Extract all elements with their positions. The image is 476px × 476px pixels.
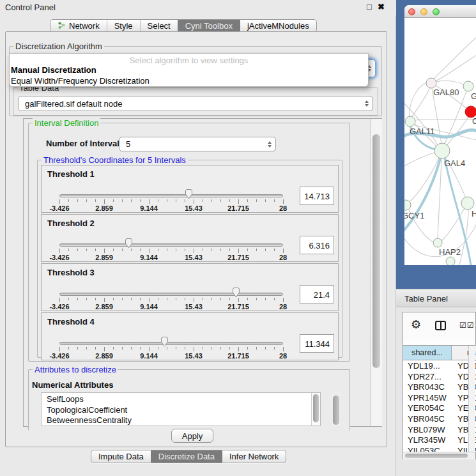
column-layout-icon[interactable] xyxy=(435,321,446,330)
table-row[interactable]: YDL19...YDL19... xyxy=(403,361,476,372)
threshold-value-field[interactable]: 21.4 xyxy=(300,285,334,303)
slider-ticks xyxy=(59,249,283,254)
table-horizontal-scrollbar[interactable] xyxy=(403,452,475,459)
table-row[interactable]: YBR043CYBR043... xyxy=(403,382,476,393)
cyni-bottom-tabbar: Impute DataDiscretize DataInfer Network xyxy=(91,450,286,463)
apply-button[interactable]: Apply xyxy=(171,429,213,443)
network-canvas[interactable]: GAL80GACGAL11GAL4GCY1HHAP2 xyxy=(404,18,476,265)
tab-label: Cyni Toolbox xyxy=(185,21,233,31)
tab-style[interactable]: Style xyxy=(107,20,140,32)
table-panel-titlebar: Table Panel xyxy=(396,289,476,307)
network-node-gal4[interactable] xyxy=(434,143,450,158)
table-vertical-scrollbar[interactable] xyxy=(468,346,475,452)
thresholds-group-title: Threshold's Coordinates for 5 Intervals xyxy=(42,155,188,165)
node-label: H xyxy=(472,209,476,219)
slider-track[interactable] xyxy=(59,243,283,247)
node-label: GCY1 xyxy=(404,211,424,220)
settings-scrollbar[interactable] xyxy=(370,119,382,426)
slider-handle[interactable] xyxy=(231,287,241,298)
table-data-combo[interactable]: galFiltered.sif default node xyxy=(18,96,373,111)
threshold-label: Threshold 1 xyxy=(47,169,95,179)
cell-shared-name: YBR043C xyxy=(403,382,454,393)
table-row[interactable]: YER054CYER054... xyxy=(403,403,476,414)
minimize-window-icon[interactable] xyxy=(420,8,427,15)
attributes-list-scrollbar[interactable] xyxy=(311,393,320,426)
tab-network[interactable]: Network xyxy=(50,20,107,32)
cell-shared-name: YER054C xyxy=(403,403,454,414)
float-window-icon[interactable]: □ xyxy=(367,2,372,12)
threshold-panel-1: Threshold 1-3.4262.8599.14415.4321.71528… xyxy=(41,165,339,213)
attribute-item-betweennesscentrality[interactable]: BetweennessCentrality xyxy=(47,415,320,426)
attributes-group-scrollbar[interactable] xyxy=(332,392,341,426)
cell-shared-name: YIL053C xyxy=(403,446,454,452)
slider-track[interactable] xyxy=(59,342,283,345)
tab-select[interactable]: Select xyxy=(140,20,178,32)
slider-track[interactable] xyxy=(59,293,283,296)
slider-track[interactable] xyxy=(59,194,283,197)
threshold-label: Threshold 4 xyxy=(47,317,95,326)
network-node-gal80[interactable] xyxy=(426,78,436,88)
table-rows: YDL19...YDL19...YDR27...YDR27...YBR043CY… xyxy=(403,361,476,452)
combo-stepper-icon xyxy=(361,96,372,111)
network-node-hap2[interactable] xyxy=(433,238,442,247)
network-window: GAL80GACGAL11GAL4GCY1HHAP2 xyxy=(404,5,476,265)
tab-jactivemnodules[interactable]: jActiveMNodules xyxy=(240,20,316,32)
control-panel-title: Control Panel xyxy=(5,3,56,12)
table-row[interactable]: YPR145WYPR145... xyxy=(403,393,476,404)
tab-label: Discretize Data xyxy=(158,452,215,461)
tab-infer-network[interactable]: Infer Network xyxy=(222,450,286,463)
threshold-value-field[interactable]: 6.316 xyxy=(300,236,334,254)
table-row[interactable]: YBL079WYBL079... xyxy=(403,425,476,436)
network-node-ga[interactable] xyxy=(463,81,473,91)
attributes-group-title: Attributes to discretize xyxy=(33,365,118,374)
numerical-attributes-label: Numerical Attributes xyxy=(32,380,113,390)
algorithm-option-manual-discretization[interactable]: Manual Discretization xyxy=(11,65,369,76)
threshold-value-field[interactable]: 14.713 xyxy=(300,187,334,205)
attribute-item-selfloops[interactable]: SelfLoops xyxy=(47,394,320,405)
network-view-frame: GAL80GACGAL11GAL4GCY1HHAP2 xyxy=(396,0,476,289)
slider-handle[interactable] xyxy=(184,188,194,200)
table-header-row: shared... na xyxy=(403,345,476,360)
slider-handle[interactable] xyxy=(124,238,134,249)
network-node-gal11[interactable] xyxy=(405,116,415,127)
cell-shared-name: YDR27... xyxy=(403,372,454,383)
scrollbar-thumb[interactable] xyxy=(372,134,380,368)
threshold-value-field[interactable]: 11.344 xyxy=(300,334,334,353)
numerical-attributes-list[interactable]: SelfLoopsTopologicalCoefficientBetweenne… xyxy=(41,392,321,426)
tab-cyni-toolbox[interactable]: Cyni Toolbox xyxy=(178,20,240,32)
control-panel-titlebar: Control Panel □ ✖ xyxy=(0,0,396,15)
table-row[interactable]: YDR27...YDR27... xyxy=(403,372,476,383)
gear-icon[interactable]: ⚙ xyxy=(411,319,421,330)
scrollbar-thumb[interactable] xyxy=(313,394,319,422)
algorithm-popup-items: Manual DiscretizationEqual Width/Frequen… xyxy=(11,65,369,86)
control-panel-tabbar: NetworkStyleSelectCyni ToolboxjActiveMNo… xyxy=(50,19,317,33)
close-panel-icon[interactable]: ✖ xyxy=(378,2,385,12)
tab-label: Impute Data xyxy=(98,452,144,461)
network-node[interactable] xyxy=(446,257,455,265)
zoom-window-icon[interactable] xyxy=(433,8,440,15)
cell-shared-name: YLR345W xyxy=(403,435,454,446)
column-header-shared-name[interactable]: shared... xyxy=(403,346,452,360)
node-label: GAL80 xyxy=(433,88,459,97)
threshold-panel-2: Threshold 2-3.4262.8599.14415.4321.71528… xyxy=(41,214,339,262)
scrollbar-thumb[interactable] xyxy=(333,395,339,425)
table-row[interactable]: YBR045CYBR045... xyxy=(403,414,476,425)
select-columns-icon[interactable]: ☑☑ xyxy=(459,321,475,330)
algorithm-option-equal-width-frequency-discretization[interactable]: Equal Width/Frequency Discretization xyxy=(11,76,369,87)
tab-label: Infer Network xyxy=(229,452,279,461)
tab-discretize-data[interactable]: Discretize Data xyxy=(151,450,222,463)
number-of-intervals-combo[interactable]: 5 xyxy=(119,137,276,151)
network-node-h[interactable] xyxy=(461,197,474,210)
cell-shared-name: YBL079W xyxy=(403,425,454,436)
attribute-item-topologicalcoefficient[interactable]: TopologicalCoefficient xyxy=(47,405,320,416)
table-data-combo-value: galFiltered.sif default node xyxy=(25,99,361,109)
table-row[interactable]: YIL053CYIL053... xyxy=(403,446,476,452)
discretization-algorithm-group-title: Discretization Algorithm xyxy=(13,42,104,51)
slider-handle[interactable] xyxy=(160,336,169,348)
close-window-icon[interactable] xyxy=(408,8,415,15)
tab-impute-data[interactable]: Impute Data xyxy=(91,450,151,463)
slider-tick-labels: -3.4262.8599.14415.4321.71528 xyxy=(59,303,283,311)
scrollbar-thumb[interactable] xyxy=(405,454,468,458)
network-window-titlebar[interactable] xyxy=(404,5,476,18)
table-row[interactable]: YLR345WYLR345... xyxy=(403,435,476,446)
